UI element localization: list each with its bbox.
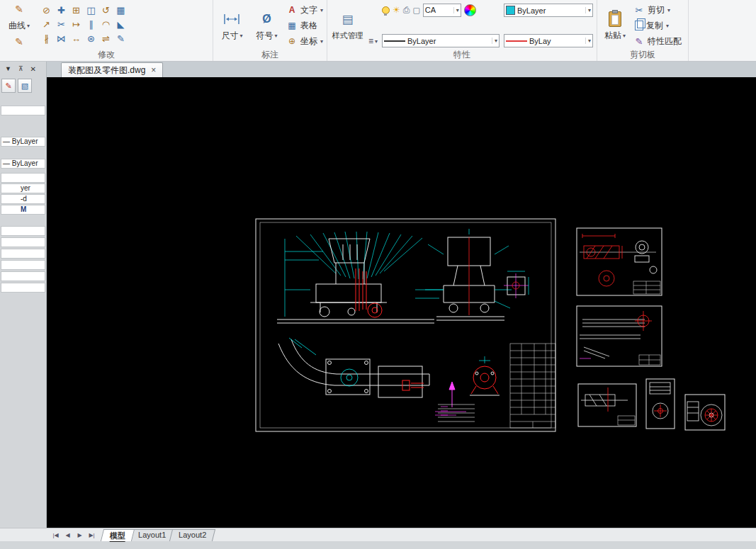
copy-tool-icon[interactable]: ⊞ xyxy=(69,3,84,17)
nav-last-icon[interactable]: ▶| xyxy=(87,532,96,538)
layer-plot-icon[interactable]: ⎙ xyxy=(403,5,410,15)
chevron-down-icon: ▾ xyxy=(320,38,323,45)
match-properties-menu-item[interactable]: ✎特性匹配 xyxy=(633,35,682,47)
chevron-down-icon: ▾ xyxy=(667,7,670,13)
chevron-down-icon: ▾ xyxy=(585,38,591,44)
layer-freeze-icon[interactable]: ☀ xyxy=(393,5,400,15)
document-tab[interactable]: 装配图及零件图.dwg × xyxy=(61,62,163,77)
side-view xyxy=(436,237,504,320)
palette-field[interactable] xyxy=(1,260,45,270)
mirror-tool-icon[interactable]: ◫ xyxy=(84,3,98,17)
palette-menu-icon[interactable]: ▼ xyxy=(5,65,11,72)
nav-first-icon[interactable]: |◀ xyxy=(51,532,60,538)
text-icon: A xyxy=(286,5,298,15)
nav-prev-icon[interactable]: ◀ xyxy=(63,532,72,538)
palette-field[interactable] xyxy=(1,173,45,183)
cut-label: 剪切 xyxy=(648,4,665,16)
chevron-down-icon: ▾ xyxy=(320,7,323,13)
coordinate-menu-item[interactable]: ⊕坐标▾ xyxy=(286,35,323,47)
layer-color-combo[interactable]: ByLayer ▾ xyxy=(504,4,593,17)
stretch-tool-icon[interactable]: ↔ xyxy=(69,31,84,45)
layout-tab-bar: |◀ ◀ ▶ ▶| 模型 Layout1 Layout2 xyxy=(0,528,756,541)
break-tool-icon[interactable]: ∦ xyxy=(39,31,54,45)
palette-field-bylayer[interactable]: — ByLayer xyxy=(1,137,45,147)
trim-tool-icon[interactable]: ✂ xyxy=(54,17,69,31)
curve-group[interactable]: ✎ 曲线▾ ✎ xyxy=(4,2,35,49)
palette-pick-button[interactable]: ▧ xyxy=(18,79,32,93)
tab-layout2[interactable]: Layout2 xyxy=(169,529,215,541)
detail-view xyxy=(504,271,529,298)
palette-close-icon[interactable]: ✕ xyxy=(30,65,36,73)
palette-field[interactable]: -d xyxy=(1,194,45,204)
lineweight-combo[interactable]: ByLay ▾ xyxy=(504,34,593,47)
annotation-arrow xyxy=(435,382,466,415)
ribbon-panel-clipboard: 粘贴▾ ✂剪切▾ 复制▾ ✎特性匹配 剪切板 xyxy=(597,0,689,61)
scale-tool-icon[interactable]: ↗ xyxy=(39,17,54,31)
paste-button[interactable]: 粘贴▾ xyxy=(601,2,629,49)
close-icon[interactable]: × xyxy=(151,66,156,74)
explode-tool-icon[interactable]: ⊛ xyxy=(84,31,98,45)
copy-menu-item[interactable]: 复制▾ xyxy=(633,19,682,32)
flange-detail xyxy=(470,356,500,395)
tab-navigation: |◀ ◀ ▶ ▶| xyxy=(51,532,96,538)
layer-combo[interactable]: CA▾ xyxy=(423,4,461,17)
symbol-button[interactable]: Ø 符号▾ xyxy=(252,2,282,49)
align-tool-icon[interactable]: ⇌ xyxy=(98,31,113,45)
document-tab-title: 装配图及零件图.dwg xyxy=(68,64,145,77)
drawing-canvas[interactable] xyxy=(47,77,756,528)
linetype-combo[interactable]: ByLayer ▾ xyxy=(382,34,500,47)
table-label: 表格 xyxy=(300,20,317,32)
palette-field[interactable] xyxy=(1,271,45,281)
layer-frame-icon[interactable]: ▢ xyxy=(412,6,419,15)
palette-field[interactable] xyxy=(1,283,45,293)
array-tool-icon[interactable]: ▦ xyxy=(113,3,128,17)
cut-icon: ✂ xyxy=(633,5,645,16)
chevron-down-icon: ▾ xyxy=(623,33,626,39)
coordinate-icon: ⊕ xyxy=(286,36,298,46)
palette-edit-button[interactable]: ✎ xyxy=(1,79,16,93)
cad-drawing xyxy=(47,77,756,528)
join-tool-icon[interactable]: ⋈ xyxy=(54,31,69,45)
tab-layout1[interactable]: Layout1 xyxy=(129,529,175,541)
ribbon-filler xyxy=(689,0,756,61)
document-tab-bar: 装配图及零件图.dwg × xyxy=(47,62,756,77)
text-label: 文字 xyxy=(300,4,317,16)
nav-next-icon[interactable]: ▶ xyxy=(75,532,84,538)
palette-field[interactable] xyxy=(1,237,45,247)
erase-tool-icon[interactable]: ⊘ xyxy=(39,3,54,17)
cut-menu-item[interactable]: ✂剪切▾ xyxy=(633,4,682,16)
color-wheel-icon[interactable] xyxy=(464,4,476,16)
fillet-tool-icon[interactable]: ◠ xyxy=(98,17,113,31)
palette-field[interactable]: yer xyxy=(1,183,45,193)
tab-model-label: 模型 xyxy=(110,531,125,542)
ribbon: ✎ 曲线▾ ✎ ⊘ ✚ ⊞ ◫ ↺ ▦ ↗ ✂ ↦ ∥ ◠ ◣ ∦ ⋈ ↔ ⊛ xyxy=(0,0,756,62)
match-properties-icon: ✎ xyxy=(633,36,645,47)
dimension-button[interactable]: 尺寸▾ xyxy=(217,2,247,49)
text-menu-item[interactable]: A文字▾ xyxy=(286,4,323,16)
rotate-tool-icon[interactable]: ↺ xyxy=(98,3,113,17)
layer-on-icon[interactable] xyxy=(382,6,390,14)
style-manager-button[interactable]: ▤ 样式管理 xyxy=(331,2,364,49)
palette-field[interactable] xyxy=(1,226,45,236)
pick-icon: ▧ xyxy=(21,81,28,91)
palette-field[interactable]: M xyxy=(1,205,45,215)
style-list-button[interactable]: ≡ ▾ xyxy=(368,36,378,46)
palette-pin-icon[interactable]: ⊼ xyxy=(18,65,23,72)
palette-field[interactable] xyxy=(1,249,45,259)
palette-field-bylayer[interactable]: — ByLayer xyxy=(1,159,45,169)
extend-tool-icon[interactable]: ↦ xyxy=(69,17,84,31)
palette-field[interactable] xyxy=(1,106,45,115)
offset-tool-icon[interactable]: ∥ xyxy=(84,17,98,31)
bom-table xyxy=(438,404,475,421)
move-tool-icon[interactable]: ✚ xyxy=(54,3,69,17)
tab-model[interactable]: 模型 xyxy=(101,529,135,541)
bom-marks xyxy=(441,407,448,415)
panel-label-clipboard: 剪切板 xyxy=(597,49,688,61)
edit-tool-icon[interactable]: ✎ xyxy=(113,31,128,45)
chevron-down-icon: ▾ xyxy=(585,7,591,13)
table-menu-item[interactable]: ▦表格 xyxy=(286,19,323,32)
chamfer-tool-icon[interactable]: ◣ xyxy=(113,17,128,31)
main-area: ▼ ⊼ ✕ ✎ ▧ — ByLayer — ByLayer yer -d M 装… xyxy=(0,62,756,528)
match-properties-label: 特性匹配 xyxy=(648,35,682,47)
pencil-icon: ✎ xyxy=(15,36,23,47)
